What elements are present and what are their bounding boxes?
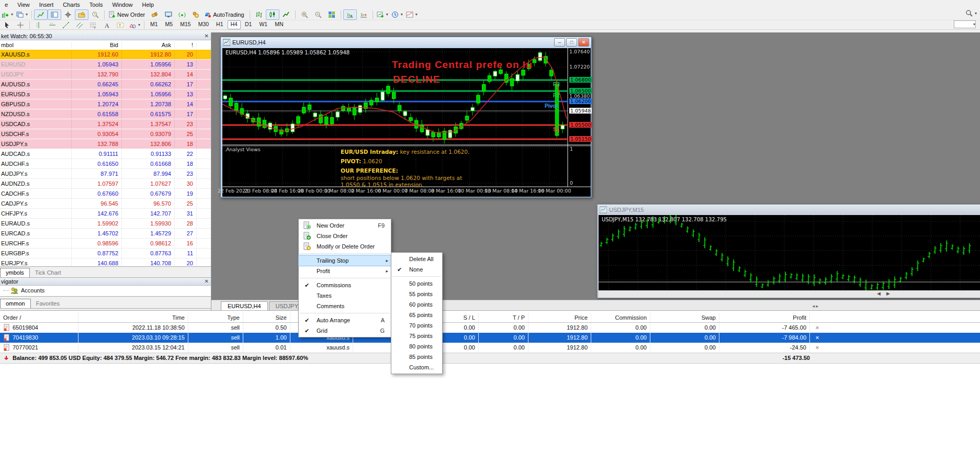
sub-item-60-points[interactable]: 60 points	[391, 299, 442, 310]
autotrading-button[interactable]: AutoTrading	[202, 9, 247, 20]
sub-item-none[interactable]: None✔	[391, 264, 442, 275]
zoom-out-button[interactable]	[311, 9, 325, 20]
terminal-col-time[interactable]: Time	[78, 313, 188, 322]
terminal-col-order[interactable]: Order /	[0, 313, 78, 322]
timeframe-m5[interactable]: M5	[162, 20, 176, 29]
close-order-icon[interactable]: ×	[810, 323, 825, 333]
search-icon[interactable]	[965, 9, 973, 17]
vline-button[interactable]	[32, 20, 46, 30]
ctx-item-new-order[interactable]: New OrderF9	[299, 220, 391, 231]
tab-scroll-right-icon[interactable]: ▸	[816, 303, 818, 309]
menu-insert[interactable]: Insert	[35, 1, 59, 8]
mw-row-usdcad-s[interactable]: USDCAD.s1.375241.3754723	[0, 119, 211, 129]
chart-plus-button[interactable]: ▾	[0, 9, 15, 20]
search-input[interactable]: ▾	[954, 20, 976, 28]
order-row-70419830[interactable]: 704198302023.03.10 09:28:15sell1.00xauus…	[0, 333, 980, 343]
tile-windows-button[interactable]	[325, 9, 339, 20]
usdjpy-titlebar[interactable]: USDJPY,M15	[598, 205, 980, 215]
bars-button[interactable]	[252, 9, 266, 20]
signals-button[interactable]	[175, 9, 189, 20]
sub-item-85-points[interactable]: 85 points	[391, 352, 442, 362]
mw-row-cadjpy-s[interactable]: CADJPY.s96.54596.57025	[0, 199, 211, 209]
new-order-button[interactable]: New Order	[107, 9, 148, 20]
menu-view[interactable]: View	[13, 1, 35, 8]
order-row-65019804[interactable]: 650198042022.11.18 10:38:50sell0.50xauus…	[0, 323, 980, 333]
mw-row-eurgbp-s[interactable]: EURGBP.s0.877520.8776311	[0, 249, 211, 258]
sub-item-70-points[interactable]: 70 points	[391, 320, 442, 331]
mw-row-usdchf-s[interactable]: USDCHF.s0.930540.9307925	[0, 129, 211, 139]
sub-item-75-points[interactable]: 75 points	[391, 331, 442, 341]
scroll-left-icon[interactable]: ◀	[877, 291, 881, 296]
sub-item-delete-all[interactable]: Delete All	[391, 254, 442, 264]
profiles-dropdown-icon[interactable]: ▾	[26, 12, 28, 17]
minimize-button[interactable]: –	[554, 38, 565, 47]
crosshair-button[interactable]	[61, 9, 75, 20]
eraser-button[interactable]	[148, 9, 162, 20]
new-chart-button[interactable]: ▾	[375, 9, 390, 20]
eurusd-chart[interactable]: EURUSD,H4 1.05896 1.05989 1.05862 1.0594…	[222, 48, 591, 197]
shapes-button[interactable]: ▾	[127, 20, 142, 30]
navigator-close-icon[interactable]: ✕	[205, 278, 209, 284]
new-chart-dropdown-icon[interactable]: ▾	[386, 12, 388, 17]
menu-window[interactable]: Window	[107, 1, 137, 8]
crosshair2-button[interactable]	[14, 20, 27, 30]
mw-row-euraud-s[interactable]: EURAUD.s1.599021.5993028	[0, 219, 211, 229]
usdjpy-hscrollbar[interactable]: ◀ ▶	[599, 290, 980, 298]
mw-row-xauusd-s[interactable]: XAUUSD.s1912.601912.8020	[0, 50, 211, 60]
mw-row-audnzd-s[interactable]: AUDNZD.s1.075971.0762730	[0, 179, 211, 189]
navigator-item-accounts[interactable]: Accounts	[21, 287, 44, 294]
chart-window-usdjpy[interactable]: USDJPY,M15 USDJPY,M15 132.783 132.807 13…	[597, 204, 980, 298]
periods-button[interactable]: ▾	[390, 9, 404, 20]
shapes-dropdown-icon[interactable]: ▾	[138, 22, 140, 27]
mw-row-audjpy-s[interactable]: AUDJPY.s87.97187.99423	[0, 169, 211, 179]
nav-tab-favorites[interactable]: Favorites	[31, 299, 65, 308]
chart-window-eurusd[interactable]: EURUSD,H4 – □ ✕ EURUSD,H4 1.05896 1.0598…	[220, 37, 592, 198]
terminal-col-size[interactable]: Size	[243, 313, 290, 322]
templates-dropdown-icon[interactable]: ▾	[415, 12, 418, 17]
timeframe-d1[interactable]: D1	[242, 20, 255, 29]
label-button[interactable]: T	[114, 20, 127, 30]
timeframe-m1[interactable]: M1	[147, 20, 161, 29]
scroll-right-icon[interactable]: ▶	[886, 291, 890, 296]
close-order-icon[interactable]: ×	[810, 343, 825, 353]
profiles-button[interactable]: ▾	[15, 9, 29, 20]
terminal-col-swap[interactable]: Swap	[650, 313, 719, 322]
mw-col-2[interactable]: Ask	[122, 42, 175, 48]
menu-tools[interactable]: Tools	[85, 1, 108, 8]
mw-row-eurusd[interactable]: EURUSD1.059431.0595613	[0, 60, 211, 70]
tick-scroll-button[interactable]	[34, 9, 48, 20]
ctx-item-taxes[interactable]: Taxes	[299, 290, 391, 301]
timeframe-w1[interactable]: W1	[256, 20, 271, 29]
autoscroll-button[interactable]	[343, 9, 357, 20]
mw-tab-tickchart[interactable]: Tick Chart	[30, 268, 66, 277]
sub-item-65-points[interactable]: 65 points	[391, 310, 442, 320]
periods-dropdown-icon[interactable]: ▾	[401, 12, 403, 17]
history-button[interactable]	[88, 9, 102, 20]
sub-item-custom[interactable]: Custom...	[391, 362, 442, 373]
ctx-item-grid[interactable]: Grid✔G	[299, 325, 391, 336]
mw-row-audcad-s[interactable]: AUDCAD.s0.911110.9113322	[0, 149, 211, 159]
line-chart-button[interactable]	[279, 9, 293, 20]
ctx-item-auto-arrange[interactable]: Auto Arrange✔A	[299, 315, 391, 325]
timeframe-h4[interactable]: H4	[228, 20, 241, 29]
sub-item-55-points[interactable]: 55 points	[391, 289, 442, 299]
mw-row-eurchf-s[interactable]: EURCHF.s0.985960.9861216	[0, 239, 211, 249]
search-caret-icon[interactable]: ▾	[975, 11, 977, 16]
data-window-button[interactable]	[48, 9, 61, 20]
mw-row-eurcad-s[interactable]: EURCAD.s1.457021.4572927	[0, 229, 211, 239]
order-row-70770021[interactable]: 707700212023.03.15 12:04:21sell0.01xauus…	[0, 343, 980, 353]
chart-tab-eurusdh4[interactable]: EURUSD,H4	[221, 301, 268, 310]
candles-button[interactable]	[266, 9, 279, 20]
hline-button[interactable]	[46, 20, 59, 30]
timeframe-h1[interactable]: H1	[213, 20, 226, 29]
terminal-col-tp[interactable]: T / P	[479, 313, 528, 322]
ctx-item-profit[interactable]: Profit▸	[299, 266, 391, 276]
trendline-button[interactable]	[59, 20, 73, 30]
eurusd-titlebar[interactable]: EURUSD,H4 – □ ✕	[221, 37, 591, 48]
sub-item-80-points[interactable]: 80 points	[391, 341, 442, 352]
ctx-item-comments[interactable]: Comments	[299, 301, 391, 311]
tab-scroll-left-icon[interactable]: ◂	[812, 303, 815, 309]
cursor-button[interactable]	[0, 20, 14, 30]
mw-row-eurjpy-s[interactable]: EURJPY.s140.688140.70820	[0, 258, 211, 266]
terminal-col-commission[interactable]: Commission	[591, 313, 650, 322]
